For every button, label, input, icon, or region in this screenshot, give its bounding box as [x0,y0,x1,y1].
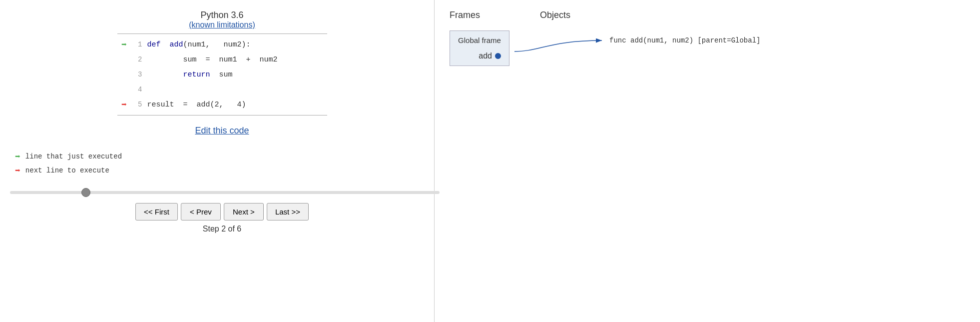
nav-buttons: << First < Prev Next > Last >> [135,203,309,220]
line-number-3: 3 [131,70,142,78]
func-object-text: func add(num1, num2) [parent=Global] [609,36,760,44]
prev-button[interactable]: < Prev [181,203,221,220]
left-panel: Python 3.6 (known limitations) ➡ 1 def a… [0,0,435,322]
legend: ➡ line that just executed ➡ next line to… [10,151,434,179]
step-slider[interactable] [10,191,440,194]
code-line-4: 4 [117,82,327,97]
legend-green: ➡ line that just executed [15,151,434,162]
code-line-1: ➡ 1 def add(num1, num2): [117,37,327,52]
next-button[interactable]: Next > [224,203,264,220]
code-line-3: 3 return sum [117,67,327,82]
objects-title: Objects [540,10,570,20]
green-arrow-1: ➡ [117,39,131,50]
frames-title: Frames [450,10,480,20]
first-button[interactable]: << First [135,203,178,220]
code-container: ➡ 1 def add(num1, num2): 2 sum = num1 + … [117,34,327,116]
python-version: Python 3.6 [189,10,255,20]
known-limitations-link[interactable]: (known limitations) [189,20,255,29]
line-code-1: def add(num1, num2): [147,40,251,49]
right-panel: Frames Objects Global frame add [435,0,980,322]
frame-var-add: add [458,52,501,60]
line-code-2: sum = num1 + num2 [147,56,278,64]
code-line-2: 2 sum = num1 + num2 [117,52,327,67]
right-header: Frames Objects [450,10,965,20]
red-arrow-5: ➡ [117,99,131,110]
frame-dot [495,53,501,59]
main-layout: Python 3.6 (known limitations) ➡ 1 def a… [0,0,980,322]
legend-red: ➡ next line to execute [15,165,434,176]
connector-svg [509,30,609,66]
frames-objects-area: Global frame add [450,30,965,66]
line-number-1: 1 [131,40,142,48]
line-number-4: 4 [131,86,142,94]
python-header: Python 3.6 (known limitations) [189,10,255,30]
legend-green-label: line that just executed [25,152,122,160]
step-info: Step 2 of 6 [203,224,241,234]
last-button[interactable]: Last >> [267,203,309,220]
legend-green-arrow: ➡ [15,151,20,162]
line-number-5: 5 [131,100,142,108]
frame-var-name: add [479,52,492,60]
legend-red-arrow: ➡ [15,165,20,176]
legend-red-label: next line to execute [25,166,109,174]
arrow-connector [509,30,609,66]
line-code-3: return sum [147,70,233,79]
code-line-5: ➡ 5 result = add(2, 4) [117,97,327,112]
func-object: func add(num1, num2) [parent=Global] [609,36,760,44]
edit-code-link[interactable]: Edit this code [195,126,249,136]
global-frame-box: Global frame add [450,30,509,66]
line-number-2: 2 [131,56,142,64]
global-frame-label: Global frame [458,36,501,44]
slider-container [5,187,440,196]
line-code-5: result = add(2, 4) [147,100,246,109]
